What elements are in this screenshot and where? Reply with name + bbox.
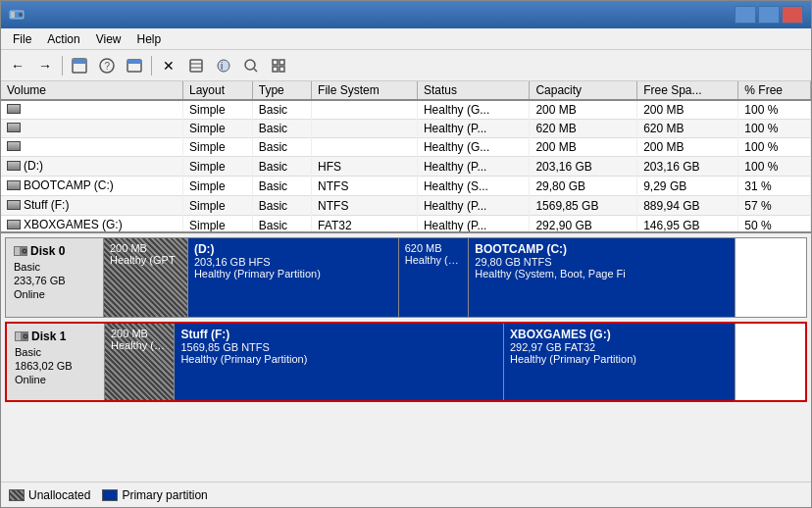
toolbar-sep-2	[151, 56, 152, 76]
menu-help[interactable]: Help	[129, 30, 170, 48]
cell-fs	[312, 120, 418, 138]
properties-button[interactable]	[122, 53, 147, 78]
cell-volume	[1, 100, 182, 120]
col-pct[interactable]: % Free	[738, 81, 811, 100]
app-icon	[9, 7, 25, 23]
toolbar: ← → ? ✕ i	[1, 50, 811, 81]
disk-row[interactable]: Disk 1 Basic 1863,02 GB Online 200 MB He…	[5, 322, 807, 402]
cell-fs	[312, 100, 418, 120]
menu-file[interactable]: File	[5, 30, 39, 48]
forward-button[interactable]: →	[32, 53, 58, 78]
menu-view[interactable]: View	[88, 30, 129, 48]
title-controls	[735, 6, 803, 24]
svg-rect-19	[273, 67, 278, 72]
disk-name: Disk 1	[15, 330, 96, 344]
back-button[interactable]: ←	[5, 53, 30, 78]
legend: Unallocated Primary partition	[1, 482, 811, 507]
disk-label: Disk 1 Basic 1863,02 GB Online	[7, 324, 105, 400]
partition[interactable]: XBOXGAMES (G:) 292,97 GB FAT32 Healthy (…	[504, 324, 736, 400]
cell-capacity: 203,16 GB	[530, 157, 637, 177]
partition[interactable]: 200 MB Healthy (GPT Prot	[105, 324, 175, 400]
cell-status: Healthy (P...	[417, 196, 529, 216]
partition[interactable]: (D:) 203,16 GB HFS Healthy (Primary Part…	[188, 238, 399, 317]
title-bar-left	[9, 7, 30, 23]
volume-icon	[7, 141, 21, 151]
svg-point-13	[218, 60, 229, 72]
cell-pct: 100 %	[738, 100, 811, 120]
table-row[interactable]: (D:) Simple Basic HFS Healthy (P... 203,…	[1, 157, 811, 177]
cell-capacity: 1569,85 GB	[530, 196, 637, 216]
table-row[interactable]: Stuff (F:) Simple Basic NTFS Healthy (P.…	[1, 196, 811, 216]
svg-point-28	[25, 335, 26, 337]
format-button[interactable]	[183, 53, 209, 78]
disk-drive-icon	[14, 246, 27, 256]
properties2-button[interactable]: i	[211, 53, 236, 78]
cell-status: Healthy (G...	[417, 138, 529, 157]
disk-partitions: 200 MB Healthy (GPT Prot Stuff (F:) 1569…	[105, 324, 805, 400]
cell-fs: HFS	[312, 157, 418, 177]
svg-text:i: i	[221, 61, 223, 72]
cell-volume	[1, 138, 182, 157]
partition[interactable]: BOOTCAMP (C:) 29,80 GB NTFS Healthy (Sys…	[469, 238, 736, 317]
disk-row[interactable]: Disk 0 Basic 233,76 GB Online 200 MB Hea…	[5, 237, 807, 318]
partition-status: Healthy (GPT Prot	[111, 339, 168, 351]
extra-button[interactable]	[266, 53, 291, 78]
disk-drive-icon	[15, 331, 28, 341]
show-hide-button[interactable]	[67, 53, 92, 78]
maximize-button[interactable]	[758, 6, 780, 24]
cell-volume: XBOXGAMES (G:)	[1, 216, 182, 234]
cell-capacity: 29,80 GB	[530, 177, 637, 196]
partition-status: Healthy (GPT	[110, 254, 181, 266]
toolbar-sep-1	[62, 56, 63, 76]
disk-status: Online	[15, 374, 96, 385]
cell-type: Basic	[252, 177, 311, 196]
disk-type: Basic	[15, 346, 96, 358]
col-status[interactable]: Status	[417, 81, 529, 100]
cell-pct: 50 %	[738, 216, 811, 234]
cell-status: Healthy (G...	[417, 100, 529, 120]
partition[interactable]: 200 MB Healthy (GPT	[104, 238, 188, 317]
cell-layout: Simple	[182, 196, 252, 216]
legend-primary-box	[102, 489, 118, 501]
partition[interactable]: 620 MB Healthy (Primary I	[399, 238, 470, 317]
cell-layout: Simple	[182, 157, 252, 177]
legend-unalloc-box	[9, 489, 25, 501]
cell-capacity: 200 MB	[530, 100, 637, 120]
svg-rect-17	[273, 60, 278, 65]
disk-size: 1863,02 GB	[15, 360, 96, 372]
col-fs[interactable]: File System	[312, 81, 418, 100]
partition-size: 200 MB	[110, 242, 181, 254]
title-bar	[1, 1, 811, 28]
col-capacity[interactable]: Capacity	[530, 81, 637, 100]
menu-action[interactable]: Action	[39, 30, 87, 48]
cell-type: Basic	[252, 196, 311, 216]
col-free[interactable]: Free Spa...	[637, 81, 738, 100]
cell-volume: (D:)	[1, 157, 182, 177]
search-button[interactable]	[238, 53, 264, 78]
close-button[interactable]	[782, 6, 803, 24]
disk-status: Online	[14, 288, 95, 300]
col-type[interactable]: Type	[252, 81, 311, 100]
table-row[interactable]: Simple Basic Healthy (G... 200 MB 200 MB…	[1, 138, 811, 157]
col-volume[interactable]: Volume	[1, 81, 182, 100]
cell-pct: 100 %	[738, 157, 811, 177]
table-row[interactable]: XBOXGAMES (G:) Simple Basic FAT32 Health…	[1, 216, 811, 234]
table-row[interactable]: BOOTCAMP (C:) Simple Basic NTFS Healthy …	[1, 177, 811, 196]
svg-rect-18	[279, 60, 284, 65]
delete-button[interactable]: ✕	[156, 53, 181, 78]
table-row[interactable]: Simple Basic Healthy (G... 200 MB 200 MB…	[1, 100, 811, 120]
cell-status: Healthy (P...	[417, 157, 529, 177]
partition[interactable]: Stuff (F:) 1569,85 GB NTFS Healthy (Prim…	[175, 324, 504, 400]
cell-status: Healthy (P...	[417, 216, 529, 234]
table-row[interactable]: Simple Basic Healthy (P... 620 MB 620 MB…	[1, 120, 811, 138]
volume-icon	[7, 161, 21, 171]
cell-volume: BOOTCAMP (C:)	[1, 177, 182, 196]
svg-text:?: ?	[105, 61, 111, 72]
minimize-button[interactable]	[735, 6, 756, 24]
col-layout[interactable]: Layout	[182, 81, 252, 100]
help-button[interactable]: ?	[94, 53, 120, 78]
cell-free: 146,95 GB	[637, 216, 738, 234]
partition-status: Healthy (Primary Partition)	[194, 268, 392, 279]
legend-unalloc-label: Unallocated	[28, 488, 90, 502]
cell-capacity: 200 MB	[530, 138, 637, 157]
